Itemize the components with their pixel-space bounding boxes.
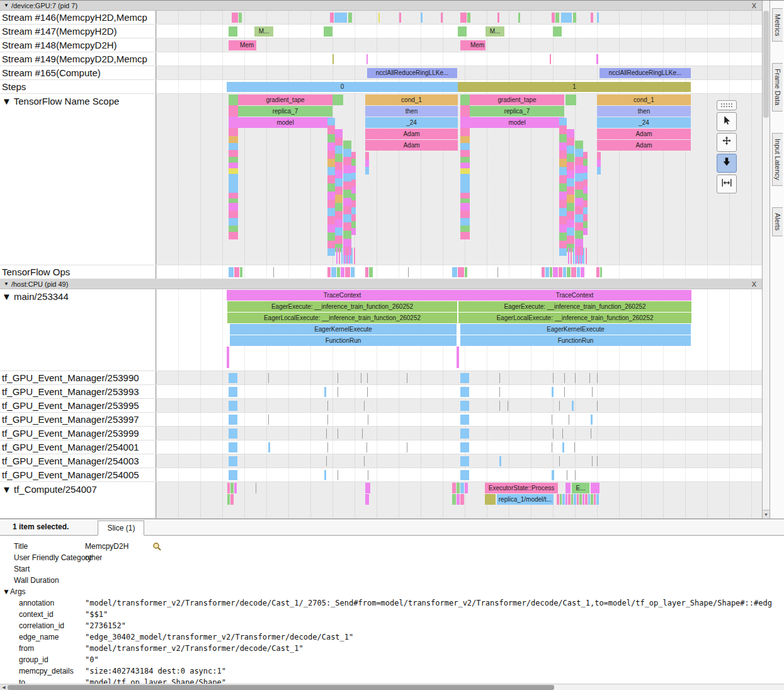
stack-segment[interactable] <box>335 203 343 211</box>
stack-segment[interactable] <box>229 226 238 232</box>
timeline-slice[interactable] <box>268 415 269 425</box>
row-track[interactable] <box>156 265 762 279</box>
timeline-slice[interactable] <box>550 267 552 277</box>
timeline-slice[interactable] <box>577 494 579 505</box>
timeline-slice[interactable] <box>592 456 593 466</box>
timeline-slice[interactable] <box>567 470 567 480</box>
timeline-slice[interactable] <box>581 267 584 277</box>
stack-segment[interactable] <box>327 248 335 256</box>
stack-segment[interactable] <box>575 165 583 173</box>
timeline-slice[interactable] <box>596 54 598 64</box>
row-label[interactable]: ▼ tf_Compute/254007 <box>0 482 156 518</box>
timeline-slice[interactable] <box>572 401 574 411</box>
timeline-slice[interactable] <box>557 494 559 505</box>
stack-segment[interactable] <box>575 190 583 198</box>
pan-tool-button[interactable] <box>717 133 737 152</box>
stack-segment[interactable] <box>343 239 351 247</box>
timeline-slice[interactable] <box>338 428 338 439</box>
timeline-slice[interactable] <box>458 267 464 277</box>
side-tab-frame-data[interactable]: Frame Data <box>772 63 783 111</box>
stack-segment[interactable] <box>327 233 335 241</box>
timeline-slice[interactable] <box>579 494 582 505</box>
timeline-slice[interactable] <box>460 95 470 105</box>
timeline-slice[interactable] <box>550 54 551 64</box>
timeline-slice[interactable] <box>508 401 508 411</box>
stack-segment[interactable] <box>229 128 238 136</box>
side-tab-input-latency[interactable]: Input Latency <box>772 133 783 186</box>
stack-segment[interactable] <box>460 157 470 163</box>
timeline-slice[interactable] <box>565 483 571 493</box>
stack-segment[interactable] <box>351 200 356 207</box>
stack-segment[interactable] <box>559 200 567 208</box>
timeline-slice[interactable] <box>408 267 409 277</box>
stack-segment[interactable] <box>575 239 583 247</box>
timeline-slice[interactable] <box>460 483 464 493</box>
timeline-slice[interactable] <box>229 373 237 383</box>
stack-segment[interactable] <box>567 203 574 211</box>
stack-segment[interactable] <box>229 163 238 168</box>
timeline-slice[interactable] <box>348 13 352 23</box>
timeline-slice[interactable] <box>559 456 560 466</box>
timeline-slice[interactable]: TraceContext <box>227 290 458 301</box>
stack-segment[interactable] <box>575 206 583 214</box>
timeline-slice[interactable] <box>332 95 343 105</box>
timeline-slice[interactable] <box>571 267 576 277</box>
stack-segment[interactable] <box>343 157 351 165</box>
timeline-slice[interactable] <box>552 415 552 425</box>
timeline-slice[interactable]: cond_1 <box>365 95 458 105</box>
scroll-left-button[interactable]: ◀ <box>0 684 8 690</box>
timeline-slice[interactable] <box>458 26 467 37</box>
stack-segment[interactable] <box>460 128 470 136</box>
timeline-slice[interactable] <box>421 13 423 23</box>
stack-segment[interactable] <box>583 207 588 214</box>
stack-segment[interactable] <box>327 224 335 233</box>
stack-segment[interactable] <box>559 125 567 134</box>
row-track[interactable]: 01 <box>156 80 762 93</box>
timeline-slice[interactable] <box>591 483 599 493</box>
timeline-slice[interactable]: Adam <box>365 129 458 139</box>
stack-segment[interactable] <box>567 211 574 219</box>
stack-segment[interactable] <box>351 207 356 214</box>
stack-segment[interactable] <box>335 129 343 137</box>
stack-segment[interactable] <box>575 149 583 157</box>
stack-segment[interactable] <box>327 208 335 216</box>
timeline-slice[interactable] <box>568 494 571 505</box>
row-track[interactable] <box>156 413 762 426</box>
row-track[interactable]: ExecutorState::ProcessE...replica_1/mode… <box>156 482 762 518</box>
stack-segment[interactable] <box>460 143 470 150</box>
toolbar-grip-handle[interactable] <box>717 100 737 110</box>
stack-segment[interactable] <box>335 236 343 244</box>
timeline-slice[interactable] <box>330 13 334 23</box>
timeline-slice[interactable] <box>594 494 596 505</box>
stack-segment[interactable] <box>575 222 583 231</box>
timeline-slice[interactable] <box>227 483 230 493</box>
timeline-slice[interactable] <box>452 267 457 277</box>
timeline-slice[interactable] <box>588 494 590 505</box>
timeline-slice[interactable] <box>575 470 576 480</box>
timeline-slice[interactable]: replica_7 <box>238 106 332 117</box>
stack-segment[interactable] <box>597 152 601 159</box>
stack-segment[interactable] <box>568 248 569 264</box>
stack-segment[interactable] <box>335 154 343 162</box>
timeline-slice[interactable]: Mem <box>237 40 256 50</box>
timeline-slice[interactable] <box>369 267 373 277</box>
timeline-slice[interactable] <box>565 95 576 105</box>
stack-segment[interactable] <box>583 228 588 235</box>
stack-segment[interactable] <box>327 200 335 208</box>
timeline-slice[interactable] <box>499 456 501 466</box>
scroll-down-button[interactable]: ▼ <box>763 510 770 519</box>
timeline-slice[interactable] <box>564 373 565 383</box>
stack-segment[interactable] <box>559 118 567 125</box>
timeline-slice[interactable]: EagerLocalExecute: __inference_train_fun… <box>458 313 691 323</box>
timeline-slice[interactable] <box>565 494 567 505</box>
stack-segment[interactable] <box>343 231 351 239</box>
stack-segment[interactable] <box>586 248 587 264</box>
collapse-icon[interactable]: ▼ <box>4 3 9 8</box>
stack-segment[interactable] <box>559 216 567 224</box>
stack-segment[interactable] <box>567 227 574 236</box>
stack-segment[interactable] <box>567 219 574 227</box>
timeline-slice[interactable] <box>518 13 520 23</box>
stack-segment[interactable] <box>583 248 584 264</box>
timeline-slice[interactable] <box>460 401 469 411</box>
timeline-slice[interactable] <box>582 494 584 505</box>
